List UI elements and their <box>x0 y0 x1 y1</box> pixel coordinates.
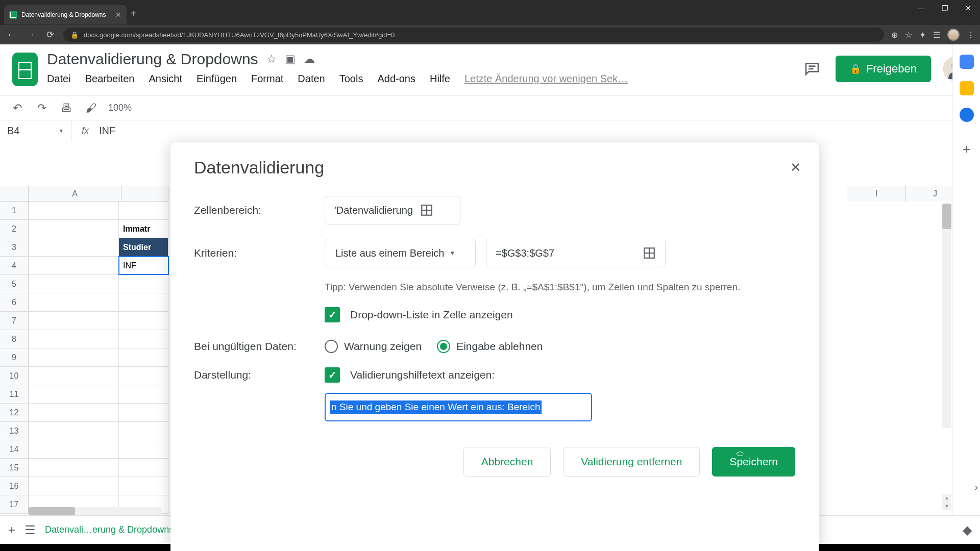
extensions-icon[interactable]: ✦ <box>919 30 926 40</box>
redo-icon[interactable]: ↷ <box>35 102 49 115</box>
reading-list-icon[interactable]: ☰ <box>933 30 940 40</box>
menu-file[interactable]: Datei <box>47 73 71 85</box>
radio-reject-input[interactable] <box>437 340 450 353</box>
cell-range-input[interactable]: 'Datenvalidierung <box>325 196 460 224</box>
horizontal-scrollbar[interactable] <box>29 507 161 515</box>
menu-data[interactable]: Daten <box>298 73 325 85</box>
row-header[interactable]: 13 <box>0 422 29 440</box>
col-header-a[interactable]: A <box>29 186 121 201</box>
cell[interactable] <box>119 385 168 403</box>
cell[interactable] <box>119 348 168 366</box>
cell[interactable] <box>119 459 168 477</box>
cell[interactable] <box>29 330 119 348</box>
row-header[interactable]: 5 <box>0 275 29 293</box>
menu-view[interactable]: Ansicht <box>149 73 182 85</box>
cloud-status-icon[interactable]: ☁ <box>304 53 315 66</box>
last-edit-link[interactable]: Letzte Änderung vor wenigen Sek… <box>464 73 628 85</box>
cell[interactable] <box>29 404 119 421</box>
menu-format[interactable]: Format <box>251 73 283 85</box>
minimize-button[interactable]: — <box>910 0 933 16</box>
back-button[interactable]: ← <box>5 30 17 40</box>
scroll-up-icon[interactable]: ▲ <box>942 494 951 502</box>
cell[interactable] <box>29 275 119 293</box>
cell[interactable] <box>29 312 119 330</box>
row-header[interactable]: 14 <box>0 440 29 458</box>
calendar-addon-icon[interactable] <box>960 55 974 69</box>
cancel-button[interactable]: Abbrechen <box>463 447 551 477</box>
maximize-button[interactable]: ❐ <box>933 0 957 16</box>
cell[interactable] <box>29 459 119 477</box>
row-header[interactable]: 7 <box>0 312 29 330</box>
menu-insert[interactable]: Einfügen <box>197 73 237 85</box>
formula-input[interactable]: INF <box>99 125 115 137</box>
criteria-range-input[interactable]: =$G$3:$G$7 <box>486 239 666 267</box>
close-tab-icon[interactable]: ✕ <box>115 11 121 19</box>
cell[interactable] <box>29 293 119 311</box>
close-dialog-button[interactable]: ✕ <box>790 160 801 176</box>
select-all-corner[interactable] <box>0 186 29 201</box>
cell[interactable] <box>119 330 168 348</box>
remove-validation-button[interactable]: Validierung entfernen <box>563 447 700 477</box>
row-header[interactable]: 2 <box>0 220 29 238</box>
reload-button[interactable]: ⟳ <box>44 29 56 40</box>
cell[interactable] <box>29 348 119 366</box>
cell[interactable] <box>29 220 119 238</box>
star-doc-icon[interactable]: ☆ <box>266 53 277 66</box>
vertical-scrollbar[interactable] <box>942 204 951 428</box>
menu-edit[interactable]: Bearbeiten <box>85 73 135 85</box>
cell[interactable] <box>119 477 168 495</box>
row-header[interactable]: 4 <box>0 257 29 274</box>
print-icon[interactable]: 🖶 <box>59 102 74 115</box>
cell[interactable] <box>119 367 168 385</box>
menu-addons[interactable]: Add-ons <box>377 73 415 85</box>
row-header[interactable]: 11 <box>0 385 29 403</box>
cell[interactable] <box>119 312 168 330</box>
cell[interactable] <box>29 477 119 495</box>
row-header[interactable]: 16 <box>0 477 29 495</box>
cell[interactable]: INF <box>119 257 168 274</box>
show-dropdown-checkbox[interactable]: ✓ <box>325 307 340 322</box>
cell[interactable] <box>119 275 168 293</box>
new-tab-button[interactable]: + <box>131 8 137 19</box>
row-header[interactable]: 15 <box>0 459 29 477</box>
hide-side-panel-icon[interactable]: › <box>974 481 978 493</box>
paint-format-icon[interactable]: 🖌 <box>84 102 98 115</box>
row-header[interactable]: 3 <box>0 238 29 256</box>
row-header[interactable]: 8 <box>0 330 29 348</box>
forward-button[interactable]: → <box>24 30 37 40</box>
sheets-logo[interactable] <box>12 53 38 86</box>
cell[interactable] <box>29 367 119 385</box>
cell[interactable] <box>29 257 119 274</box>
browser-tab[interactable]: Datenvalidierung & Dropdowns ✕ <box>4 5 127 24</box>
criteria-type-select[interactable]: Liste aus einem Bereich ▼ <box>325 239 476 267</box>
help-text-input[interactable]: n Sie und geben Sie einen Wert ein aus: … <box>325 393 592 421</box>
zoom-select[interactable]: 100% <box>108 103 132 113</box>
star-icon[interactable]: ☆ <box>905 30 912 40</box>
cell[interactable] <box>119 404 168 421</box>
add-addon-button[interactable]: + <box>963 141 970 157</box>
profile-avatar[interactable] <box>947 29 960 41</box>
cell[interactable] <box>29 385 119 403</box>
cell[interactable] <box>119 422 168 440</box>
grid-picker-icon[interactable] <box>643 246 656 260</box>
cell[interactable] <box>29 440 119 458</box>
name-box[interactable]: B4 ▼ <box>0 120 71 141</box>
address-bar[interactable]: 🔒 docs.google.com/spreadsheets/d/1JKUDAN… <box>63 28 884 42</box>
undo-icon[interactable]: ↶ <box>10 102 24 115</box>
scroll-down-icon[interactable]: ▼ <box>942 502 951 510</box>
keep-addon-icon[interactable] <box>960 81 974 95</box>
window-close-button[interactable]: ✕ <box>957 0 980 16</box>
row-header[interactable]: 1 <box>0 202 29 219</box>
row-header[interactable]: 9 <box>0 348 29 366</box>
row-header[interactable]: 6 <box>0 293 29 311</box>
document-title[interactable]: Datenvalidierung & Dropdowns <box>47 51 258 68</box>
spreadsheet-grid[interactable]: A 12Immatr3Studier4INF567891011121314151… <box>0 186 168 515</box>
save-button[interactable]: Speichern ⬭ <box>712 447 795 477</box>
col-header-i[interactable]: I <box>847 186 906 202</box>
menu-icon[interactable]: ⋮ <box>967 30 975 40</box>
move-doc-icon[interactable]: ▣ <box>285 53 296 66</box>
tasks-addon-icon[interactable] <box>960 108 974 122</box>
row-header[interactable]: 17 <box>0 495 29 513</box>
cell[interactable]: Immatr <box>119 220 168 238</box>
cell[interactable] <box>119 293 168 311</box>
